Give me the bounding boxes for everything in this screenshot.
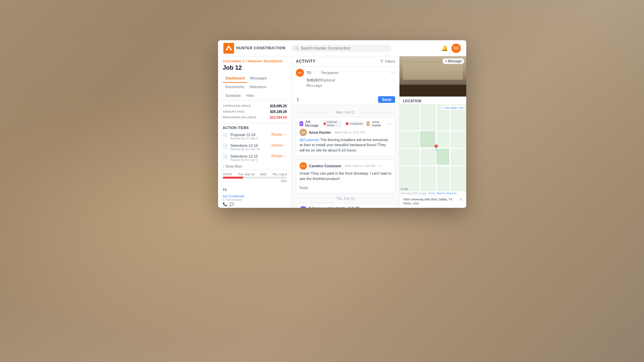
assignee-name: Anna Hunter <box>372 120 385 127</box>
timeline-percent: 32% <box>223 179 287 183</box>
reply-button[interactable]: Reply <box>300 186 308 190</box>
document-icon-3: 📄 <box>223 155 228 159</box>
message-body-2: Great! They can park in the front drivew… <box>300 171 391 181</box>
amount-paid-value: $29,189.29 <box>270 110 287 114</box>
upload-title: 3 images uploaded to Job 12 <box>309 206 376 208</box>
subject-input[interactable] <box>321 78 395 82</box>
show-more-button[interactable]: ↓ Show More <box>218 163 291 170</box>
approved-price-value: $19,095.25 <box>270 104 287 108</box>
subject-label: SUBJECT <box>307 78 319 82</box>
user-avatar[interactable]: CC <box>451 44 461 53</box>
timeline-section: START Tue, Mar 19 END Thu, Aug 8 32% <box>218 170 291 185</box>
review-link-1[interactable]: Review → <box>271 133 287 136</box>
tab-schedule[interactable]: Schedule <box>223 92 244 100</box>
message-more-icon-2[interactable]: ⋯ <box>377 163 382 169</box>
sender-name-2: Candice Customer <box>309 164 341 168</box>
internal-roles-dot <box>324 122 326 125</box>
amount-paid-label: AMOUNT PAID <box>223 110 245 114</box>
message-icon[interactable]: 💬 <box>229 202 234 206</box>
filters-button[interactable]: Filters <box>380 59 395 63</box>
compose-avatar: CC <box>296 69 304 77</box>
upload-message: ⬆ 3 images uploaded to Job 12 Added by A… <box>296 203 395 208</box>
sender-avatar-1: AH <box>300 129 307 136</box>
upload-info: 3 images uploaded to Job 12 Added by Ann… <box>309 206 376 208</box>
main-content: CUSTOMER C / PRIMARY RESIDENCE Job 12 Da… <box>218 56 466 208</box>
date-divider-feb15: Thu, Feb 15 <box>296 197 395 200</box>
remaining-balance-label: REMAINING BALANCE <box>223 116 257 119</box>
phone-icon[interactable]: 📞 <box>223 202 227 206</box>
remaining-balance-row: REMAINING BALANCE -$10,094.04 <box>218 115 291 120</box>
message-header-1: ✉ Job Message Internal Roles Customer AH… <box>300 120 391 127</box>
address-area: 7894 University Hills Blvd, Dallas, TX 7… <box>399 195 466 208</box>
internal-roles-label: Internal Roles <box>327 120 340 127</box>
reply-area: Reply <box>300 183 391 190</box>
action-text-3: Selections 12-15 Review by Fri, Apr 5 <box>230 154 269 162</box>
compose-area: CC TO ⋯ SUBJECT ⬆ Send <box>292 67 399 105</box>
action-item-3: 📄 Selections 12-15 Review by Fri, Apr 5 … <box>218 153 291 163</box>
tab-files[interactable]: Files <box>244 92 257 100</box>
timeline-progress <box>223 177 243 179</box>
timeline-bar <box>223 177 287 179</box>
message-sender-row-1: AH Anna Hunter Wed, Feb 21, 4:47 PM <box>300 129 391 136</box>
map-road-v1 <box>420 104 421 191</box>
address-edit-icon[interactable]: ✎ <box>460 197 463 202</box>
contacts-label: TS <box>218 187 291 193</box>
action-text-1: Proposal 12-10 Review by Fri, Mar 8 <box>230 133 269 140</box>
timeline-start-label: START <box>223 173 232 176</box>
message-top-button[interactable]: + Message <box>442 58 464 64</box>
customer-dot <box>346 122 348 125</box>
map-road-h3 <box>399 165 466 166</box>
notification-bell-icon[interactable]: 🔔 <box>441 45 448 51</box>
review-link-2[interactable]: Review → <box>271 143 287 147</box>
compose-more-icon[interactable]: ⋯ <box>390 70 395 75</box>
approved-price-row: APPROVED PRICE $19,095.25 <box>218 103 291 109</box>
mention-customer: @Customer <box>300 138 319 142</box>
activity-header: ACTIVITY Filters <box>292 56 399 67</box>
to-label: TO <box>307 71 319 75</box>
timeline-end-label: END <box>260 173 266 176</box>
report-map-link[interactable]: Report a map error <box>437 192 457 194</box>
upload-icon[interactable]: ⬆ <box>296 97 300 102</box>
search-icon <box>295 46 299 50</box>
logo-area[interactable]: HUNTER CONSTRUCTION <box>223 43 285 54</box>
sender-time-1: Wed, Feb 21, 4:47 PM <box>334 131 365 134</box>
map-google-label: Google <box>401 188 409 190</box>
tab-selections[interactable]: Selections <box>247 83 269 92</box>
search-bar[interactable] <box>291 45 391 52</box>
action-item-2: 📄 Selections 12-16 Review by Fri, Mar 29… <box>218 142 291 153</box>
contact-name-1[interactable]: ice Customer <box>223 194 287 198</box>
sender-avatar-2: CC <box>300 162 307 170</box>
message-block-2: CC Candice Customer Wed, Feb 21, 4:49 PM… <box>296 159 395 193</box>
message-textarea[interactable] <box>307 83 395 94</box>
assignee-avatar: AH <box>366 121 370 126</box>
upload-header: ⬆ 3 images uploaded to Job 12 Added by A… <box>300 206 391 208</box>
contact-role-1: C Homeowner <box>223 198 287 201</box>
action-item-1: 📄 Proposal 12-10 Review by Fri, Mar 8 Re… <box>218 131 291 142</box>
google-label: Google <box>401 188 409 190</box>
tab-dashboard[interactable]: Dashboard <box>223 74 247 83</box>
map-area[interactable]: 📍 View larger map Google <box>399 104 466 191</box>
map-terms-link[interactable]: Terms <box>428 192 435 194</box>
breadcrumb: CUSTOMER C / PRIMARY RESIDENCE <box>218 56 291 64</box>
map-road-v3 <box>449 104 450 191</box>
view-larger-map-link[interactable]: View larger map <box>443 106 465 110</box>
recipients-input[interactable] <box>321 71 388 75</box>
action-sub-3: Review by Fri, Apr 5 <box>230 158 269 162</box>
action-items-header: ACTION ITEMS <box>218 123 291 131</box>
filters-label: Filters <box>385 59 395 63</box>
left-panel: CUSTOMER C / PRIMARY RESIDENCE Job 12 Da… <box>218 56 292 208</box>
tab-documents[interactable]: Documents <box>223 83 247 92</box>
search-input[interactable] <box>301 46 387 51</box>
compose-subject-row: SUBJECT <box>296 78 395 82</box>
review-link-3[interactable]: Review → <box>271 154 287 158</box>
document-icon: 📄 <box>223 133 228 138</box>
action-title-3: Selections 12-15 <box>230 154 269 158</box>
logo-text: HUNTER CONSTRUCTION <box>236 46 285 50</box>
message-more-icon[interactable]: ⋯ <box>387 121 391 126</box>
timeline-labels: START Tue, Mar 19 END Thu, Aug 8 <box>223 173 287 176</box>
compose-to-row: CC TO ⋯ <box>296 69 395 77</box>
send-button[interactable]: Send <box>378 96 395 103</box>
action-text-2: Selections 12-16 Review by Fri, Mar 29 <box>230 143 269 151</box>
tab-messages[interactable]: Messages <box>247 74 269 83</box>
activity-title: ACTIVITY <box>296 59 316 64</box>
